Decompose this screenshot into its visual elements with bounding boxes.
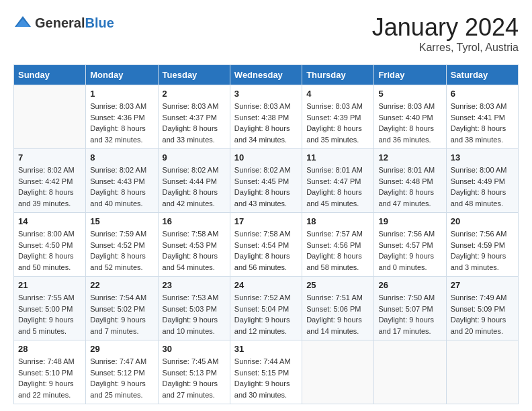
column-header-thursday: Thursday [302,65,374,85]
calendar-cell: 19Sunrise: 7:56 AMSunset: 4:57 PMDayligh… [374,213,446,277]
calendar-cell: 27Sunrise: 7:49 AMSunset: 5:09 PMDayligh… [446,277,518,340]
logo-blue: Blue [85,15,114,30]
day-detail: Sunrise: 7:54 AMSunset: 5:02 PMDaylight:… [90,292,153,336]
logo-text: GeneralBlue [35,15,114,31]
calendar-cell [374,340,446,404]
calendar-cell: 26Sunrise: 7:50 AMSunset: 5:07 PMDayligh… [374,277,446,340]
calendar-cell: 13Sunrise: 8:00 AMSunset: 4:49 PMDayligh… [446,149,518,213]
day-detail: Sunrise: 7:53 AMSunset: 5:03 PMDaylight:… [163,292,226,336]
calendar-cell: 20Sunrise: 7:56 AMSunset: 4:59 PMDayligh… [446,213,518,277]
day-detail: Sunrise: 7:57 AMSunset: 4:56 PMDaylight:… [306,228,369,273]
day-number: 4 [306,89,369,99]
calendar-cell: 30Sunrise: 7:45 AMSunset: 5:13 PMDayligh… [158,340,230,404]
day-detail: Sunrise: 8:02 AMSunset: 4:44 PMDaylight:… [163,165,226,209]
calendar-week-row: 7Sunrise: 8:02 AMSunset: 4:42 PMDaylight… [14,149,519,213]
day-number: 2 [163,89,226,99]
day-number: 29 [90,344,153,354]
day-number: 11 [306,152,369,163]
day-number: 6 [451,89,514,99]
day-detail: Sunrise: 7:55 AMSunset: 5:00 PMDaylight:… [18,292,81,336]
calendar-cell: 7Sunrise: 8:02 AMSunset: 4:42 PMDaylight… [14,149,86,213]
day-detail: Sunrise: 7:44 AMSunset: 5:15 PMDaylight:… [234,356,298,400]
day-number: 13 [451,152,514,163]
day-number: 8 [90,152,153,163]
day-detail: Sunrise: 8:00 AMSunset: 4:50 PMDaylight:… [18,228,81,273]
calendar-cell: 12Sunrise: 8:01 AMSunset: 4:48 PMDayligh… [374,149,446,213]
logo-icon [13,13,32,32]
calendar-header-row: SundayMondayTuesdayWednesdayThursdayFrid… [14,65,519,85]
column-header-friday: Friday [374,65,446,85]
day-detail: Sunrise: 8:03 AMSunset: 4:39 PMDaylight:… [306,101,369,145]
day-detail: Sunrise: 7:56 AMSunset: 4:57 PMDaylight:… [378,228,441,273]
day-number: 1 [90,89,153,99]
day-detail: Sunrise: 8:03 AMSunset: 4:40 PMDaylight:… [378,101,441,145]
calendar-cell: 2Sunrise: 8:03 AMSunset: 4:37 PMDaylight… [158,85,230,149]
calendar-week-row: 1Sunrise: 8:03 AMSunset: 4:36 PMDaylight… [14,85,519,149]
day-detail: Sunrise: 7:58 AMSunset: 4:53 PMDaylight:… [163,228,226,273]
column-header-saturday: Saturday [446,65,518,85]
calendar-location: Karres, Tyrol, Austria [372,42,519,54]
calendar-cell [302,340,374,404]
day-detail: Sunrise: 8:03 AMSunset: 4:37 PMDaylight:… [163,101,226,145]
column-header-wednesday: Wednesday [230,65,302,85]
day-number: 12 [378,152,441,163]
day-number: 25 [306,280,369,290]
day-detail: Sunrise: 7:52 AMSunset: 5:04 PMDaylight:… [234,292,298,336]
calendar-week-row: 14Sunrise: 8:00 AMSunset: 4:50 PMDayligh… [14,213,519,277]
day-number: 17 [234,216,298,226]
day-detail: Sunrise: 8:02 AMSunset: 4:45 PMDaylight:… [234,165,298,209]
calendar-cell: 31Sunrise: 7:44 AMSunset: 5:15 PMDayligh… [230,340,302,404]
calendar-cell: 9Sunrise: 8:02 AMSunset: 4:44 PMDaylight… [158,149,230,213]
calendar-cell: 5Sunrise: 8:03 AMSunset: 4:40 PMDaylight… [374,85,446,149]
calendar-cell [446,340,518,404]
calendar-cell: 16Sunrise: 7:58 AMSunset: 4:53 PMDayligh… [158,213,230,277]
logo-general: General [35,15,85,30]
calendar-cell: 1Sunrise: 8:03 AMSunset: 4:36 PMDaylight… [86,85,158,149]
calendar-cell: 24Sunrise: 7:52 AMSunset: 5:04 PMDayligh… [230,277,302,340]
day-detail: Sunrise: 7:50 AMSunset: 5:07 PMDaylight:… [378,292,441,336]
calendar-week-row: 21Sunrise: 7:55 AMSunset: 5:00 PMDayligh… [14,277,519,340]
calendar-title: January 2024 [372,13,519,42]
calendar-cell: 8Sunrise: 8:02 AMSunset: 4:43 PMDaylight… [86,149,158,213]
day-number: 19 [378,216,441,226]
day-number: 28 [18,344,81,354]
day-number: 5 [378,89,441,99]
calendar-cell: 4Sunrise: 8:03 AMSunset: 4:39 PMDaylight… [302,85,374,149]
day-number: 22 [90,280,153,290]
calendar-cell: 6Sunrise: 8:03 AMSunset: 4:41 PMDaylight… [446,85,518,149]
day-number: 20 [451,216,514,226]
column-header-sunday: Sunday [14,65,86,85]
day-detail: Sunrise: 8:01 AMSunset: 4:48 PMDaylight:… [378,165,441,209]
calendar-week-row: 28Sunrise: 7:48 AMSunset: 5:10 PMDayligh… [14,340,519,404]
day-detail: Sunrise: 8:01 AMSunset: 4:47 PMDaylight:… [306,165,369,209]
calendar-table: SundayMondayTuesdayWednesdayThursdayFrid… [13,64,519,404]
day-detail: Sunrise: 7:56 AMSunset: 4:59 PMDaylight:… [451,228,514,273]
day-number: 15 [90,216,153,226]
day-number: 21 [18,280,81,290]
column-header-tuesday: Tuesday [158,65,230,85]
day-detail: Sunrise: 7:51 AMSunset: 5:06 PMDaylight:… [306,292,369,336]
day-number: 23 [163,280,226,290]
calendar-cell: 11Sunrise: 8:01 AMSunset: 4:47 PMDayligh… [302,149,374,213]
day-detail: Sunrise: 8:03 AMSunset: 4:38 PMDaylight:… [234,101,298,145]
title-block: January 2024 Karres, Tyrol, Austria [372,13,519,54]
day-number: 30 [163,344,226,354]
day-number: 10 [234,152,298,163]
calendar-cell: 23Sunrise: 7:53 AMSunset: 5:03 PMDayligh… [158,277,230,340]
calendar-cell: 22Sunrise: 7:54 AMSunset: 5:02 PMDayligh… [86,277,158,340]
calendar-cell: 15Sunrise: 7:59 AMSunset: 4:52 PMDayligh… [86,213,158,277]
calendar-cell: 28Sunrise: 7:48 AMSunset: 5:10 PMDayligh… [14,340,86,404]
logo: GeneralBlue [13,13,114,32]
calendar-cell: 21Sunrise: 7:55 AMSunset: 5:00 PMDayligh… [14,277,86,340]
day-number: 14 [18,216,81,226]
day-detail: Sunrise: 7:48 AMSunset: 5:10 PMDaylight:… [18,356,81,400]
calendar-cell: 17Sunrise: 7:58 AMSunset: 4:54 PMDayligh… [230,213,302,277]
day-number: 16 [163,216,226,226]
calendar-cell: 29Sunrise: 7:47 AMSunset: 5:12 PMDayligh… [86,340,158,404]
day-number: 26 [378,280,441,290]
calendar-cell: 3Sunrise: 8:03 AMSunset: 4:38 PMDaylight… [230,85,302,149]
calendar-cell: 18Sunrise: 7:57 AMSunset: 4:56 PMDayligh… [302,213,374,277]
day-detail: Sunrise: 8:00 AMSunset: 4:49 PMDaylight:… [451,165,514,209]
page-header: GeneralBlue January 2024 Karres, Tyrol, … [13,13,519,54]
day-detail: Sunrise: 7:59 AMSunset: 4:52 PMDaylight:… [90,228,153,273]
